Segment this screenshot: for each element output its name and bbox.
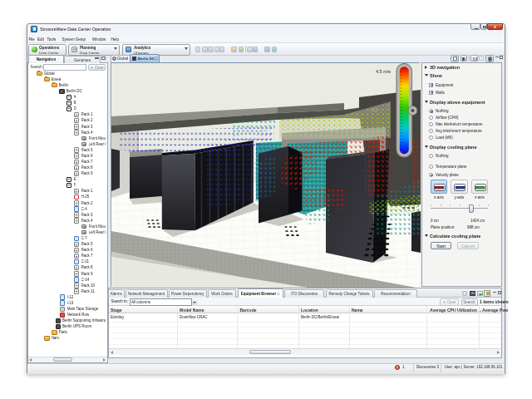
- svg-text:4.5 m/s: 4.5 m/s: [376, 69, 391, 74]
